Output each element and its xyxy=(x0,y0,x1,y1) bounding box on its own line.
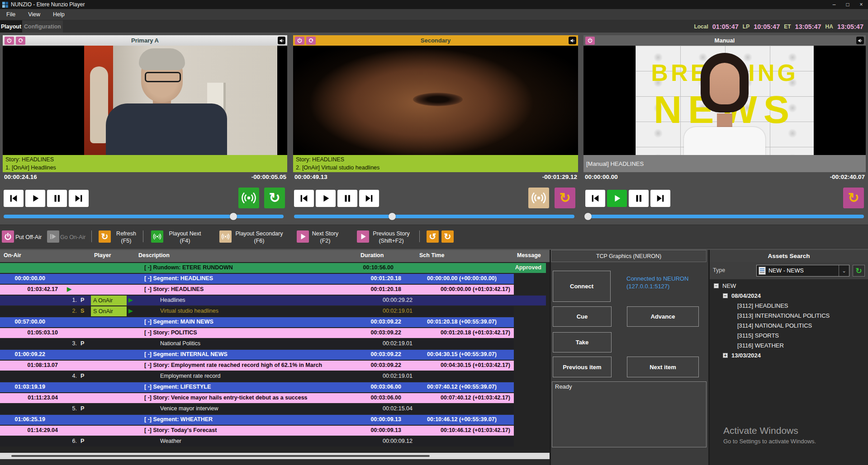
type-dropdown[interactable]: NEW - NEWS ⌄ xyxy=(756,265,849,277)
slider-track[interactable] xyxy=(4,215,284,218)
slider-track[interactable] xyxy=(294,215,574,218)
move-down-button[interactable]: ↻ xyxy=(441,230,454,243)
primary-pause-button[interactable] xyxy=(47,190,67,207)
table-row[interactable]: 01:03:19.19 [ -] Segment: LIFESTYLE 00:0… xyxy=(0,382,514,392)
next-story-label[interactable]: Next Story(F2) xyxy=(309,228,342,247)
tree-item[interactable]: + 13/03/2024 xyxy=(710,350,868,360)
manual-video[interactable]: BREAKING NEWS xyxy=(583,46,866,155)
primary-play-button[interactable] xyxy=(25,190,45,207)
tree-expander-icon[interactable]: + xyxy=(723,353,728,358)
table-row[interactable]: [ -] Rundown: ETERE RUNDOWN 00:10:56.00 … xyxy=(0,263,546,273)
next-story-button[interactable] xyxy=(297,230,309,243)
manual-play-button[interactable] xyxy=(607,190,627,207)
table-row[interactable]: 00:00:00.00 [ -] Segment: HEADLINES 00:0… xyxy=(0,274,514,284)
primary-power-button[interactable] xyxy=(5,37,14,45)
table-row[interactable]: 4. P Employment rate record 00:02:19.01 xyxy=(0,371,514,381)
take-button[interactable]: Take xyxy=(553,332,612,352)
manual-autoloop-button[interactable]: ↻ xyxy=(843,188,864,208)
secondary-onair-button[interactable] xyxy=(528,188,549,208)
tree-item[interactable]: [3113] INTERNATIONAL POLITICS xyxy=(710,310,868,320)
table-row[interactable]: 01:05:03.10 [ -] Story: POLITICS 00:03:0… xyxy=(0,328,514,338)
cue-button[interactable]: Cue xyxy=(553,306,612,327)
manual-stepforward-button[interactable] xyxy=(650,190,670,207)
secondary-stepforward-button[interactable] xyxy=(359,190,379,207)
previous-story-label[interactable]: Previous Story(Shift+F2) xyxy=(370,228,413,247)
slider-track[interactable] xyxy=(585,215,864,218)
secondary-speaker-icon[interactable] xyxy=(569,37,576,44)
connect-button[interactable]: Connect xyxy=(553,271,611,302)
tree-expander-icon[interactable]: − xyxy=(714,283,719,288)
playout-secondary-button[interactable] xyxy=(219,230,232,243)
refresh-button[interactable]: ↻ xyxy=(99,230,111,243)
table-row[interactable]: 01:06:25.19 [ -] Segment: WHEATHER 00:00… xyxy=(0,415,514,425)
primary-speaker-icon[interactable] xyxy=(278,37,285,44)
tab-configuration[interactable]: Configuration xyxy=(22,20,63,33)
manual-stepback-button[interactable] xyxy=(585,190,605,207)
table-row[interactable]: 01:14:29.04 [ -] Story: Today's Forecast… xyxy=(0,426,514,436)
playout-next-button[interactable] xyxy=(151,230,163,243)
minimize-button[interactable]: – xyxy=(827,0,841,9)
previous-item-button[interactable]: Previous item xyxy=(553,357,612,377)
put-off-air-button[interactable] xyxy=(2,230,14,243)
secondary-pause-button[interactable] xyxy=(337,190,357,207)
tree-item[interactable]: [3116] WEATHER xyxy=(710,340,868,350)
primary-stepforward-button[interactable] xyxy=(69,190,89,207)
primary-video[interactable] xyxy=(3,46,287,155)
manual-seek-slider[interactable] xyxy=(585,213,864,220)
slider-thumb[interactable] xyxy=(584,213,592,220)
primary-loop-button[interactable] xyxy=(16,37,25,45)
clock-label: Local xyxy=(694,23,708,30)
refresh-label[interactable]: Refresh(F5) xyxy=(112,228,141,247)
close-button[interactable]: × xyxy=(854,0,868,9)
maximize-button[interactable]: □ xyxy=(841,0,854,9)
table-row[interactable]: 3. P National Politics 00:02:19.01 xyxy=(0,339,514,349)
secondary-seek-slider[interactable] xyxy=(294,213,574,220)
table-row[interactable]: 1. P A OnAir ▶ Headlines 00:00:29.22 xyxy=(0,296,546,305)
secondary-loop-button[interactable] xyxy=(306,37,316,45)
next-item-button[interactable]: Next item xyxy=(627,357,699,377)
table-row[interactable]: 01:11:23.04 [ -] Story: Venice mayor hai… xyxy=(0,393,514,403)
slider-thumb[interactable] xyxy=(230,213,237,220)
table-row[interactable]: 6. P Weather 00:00:09.12 xyxy=(0,437,514,446)
table-row[interactable]: 01:08:13.07 [ -] Story: Employment rate … xyxy=(0,361,514,371)
manual-speaker-icon[interactable] xyxy=(856,37,864,44)
secondary-stepback-button[interactable] xyxy=(294,190,314,207)
menu-help[interactable]: Help xyxy=(47,11,71,18)
horizontal-scrollbar[interactable] xyxy=(0,453,550,459)
go-on-air-button[interactable] xyxy=(47,230,59,243)
tree-item[interactable]: [3112] HEADLINES xyxy=(710,301,868,310)
advance-button[interactable]: Advance xyxy=(627,306,699,327)
playout-secondary-label[interactable]: Playout Secondary(F6) xyxy=(232,228,286,247)
table-row[interactable]: 01:03:42.17 ▶ [ -] Story: HEADLINES 00:0… xyxy=(0,285,514,295)
tab-playout[interactable]: Playout xyxy=(0,20,22,33)
table-row[interactable]: 00:57:00.00 [ -] Segment: MAIN NEWS 00:0… xyxy=(0,317,514,327)
slider-thumb[interactable] xyxy=(389,213,396,220)
move-up-button[interactable]: ↺ xyxy=(427,230,439,243)
secondary-power-button[interactable] xyxy=(295,37,304,45)
tree-item[interactable]: − NEW xyxy=(710,281,868,291)
menu-view[interactable]: View xyxy=(22,11,47,18)
primary-stepback-button[interactable] xyxy=(4,190,24,207)
primary-seek-slider[interactable] xyxy=(4,213,284,220)
secondary-autoloop-button[interactable]: ↻ xyxy=(555,188,575,208)
table-row[interactable]: 2. S S OnAir ▶ Virtual studio headlines … xyxy=(0,306,514,316)
tree-item[interactable]: [3114] NATIONAL POLITICS xyxy=(710,320,868,330)
playout-next-label[interactable]: Playout Next(F4) xyxy=(165,228,205,247)
manual-pause-button[interactable] xyxy=(629,190,649,207)
scrollbar-thumb[interactable] xyxy=(11,455,430,457)
tree-item[interactable]: [3115] SPORTS xyxy=(710,330,868,340)
manual-power-button[interactable] xyxy=(585,37,595,45)
table-row[interactable]: 01:00:09.22 [ -] Segment: INTERNAL NEWS … xyxy=(0,350,514,360)
previous-story-button[interactable] xyxy=(357,230,369,243)
chevron-down-icon[interactable]: ⌄ xyxy=(839,265,849,276)
table-row[interactable]: 5. P Venice mayor interview 00:02:15.04 xyxy=(0,404,514,414)
menu-file[interactable]: File xyxy=(0,11,22,18)
assets-refresh-button[interactable]: ↻ xyxy=(853,265,865,277)
secondary-video[interactable] xyxy=(293,46,578,155)
tree-expander-icon[interactable]: − xyxy=(723,293,728,298)
secondary-play-button[interactable] xyxy=(316,190,336,207)
primary-autoloop-button[interactable]: ↻ xyxy=(264,188,285,208)
tree-item[interactable]: − 08/04/2024 xyxy=(710,291,868,301)
primary-onair-button[interactable] xyxy=(238,188,259,208)
put-off-air-label[interactable]: Put Off-Air xyxy=(15,228,42,247)
